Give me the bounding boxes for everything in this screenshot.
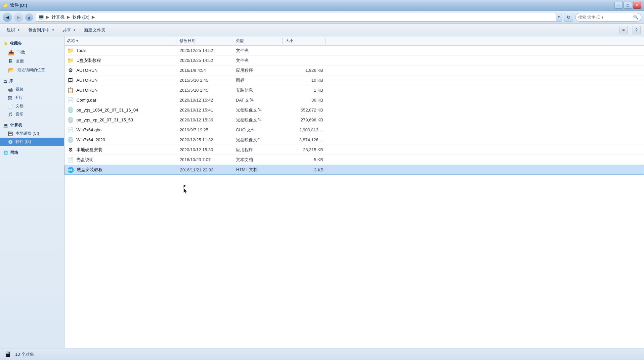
status-icon: 🖥 <box>4 350 11 359</box>
table-row[interactable]: 📋 AUTORUN 2015/5/10 2:45 安装信息 1 KB <box>64 85 644 95</box>
favorites-label: 收藏夹 <box>10 41 22 46</box>
file-name: AUTORUN <box>76 78 98 83</box>
table-row[interactable]: 🌐 硬盘安装教程 2016/11/21 22:03 HTML 文档 3 KB <box>64 165 644 175</box>
table-row[interactable]: ⚙ 本地硬盘安装 2020/10/12 15:30 应用程序 28,315 KB <box>64 145 644 155</box>
file-type: 文件夹 <box>233 58 283 64</box>
table-row[interactable]: 📁 U盘安装教程 2020/12/25 14:52 文件夹 <box>64 56 644 66</box>
network-icon: 🌐 <box>3 151 8 155</box>
view-button[interactable]: ≡ <box>619 26 628 34</box>
sidebar-item-desktop[interactable]: 🖥 桌面 <box>0 57 64 66</box>
table-row[interactable]: 📄 Config.dat 2020/10/12 15:42 DAT 文件 36 … <box>64 95 644 105</box>
file-type: 应用程序 <box>233 68 283 73</box>
file-size: 652,072 KB <box>283 108 326 112</box>
file-date: 2020/12/25 14:52 <box>177 58 233 63</box>
file-name: pe_yqs_1064_20_07_31_16_04 <box>76 108 138 112</box>
sidebar-section-favorites-header[interactable]: ★ 收藏夹 <box>0 39 64 48</box>
sidebar-item-video[interactable]: 📹 视频 <box>0 85 64 94</box>
col-header-size[interactable]: 大小 <box>283 38 326 44</box>
address-path: 💻 ▶ 计算机 ▶ 软件 (D:) ▶ <box>35 13 556 22</box>
path-dropdown[interactable]: ▼ <box>556 13 562 22</box>
sidebar-item-download[interactable]: 📥 下载 <box>0 48 64 57</box>
organize-arrow-icon: ▼ <box>17 28 20 32</box>
path-computer[interactable]: 计算机 <box>51 14 65 21</box>
download-label: 下载 <box>17 50 25 55</box>
table-row[interactable]: 📄 Win7x64.gho 2019/9/7 19:25 GHO 文件 2,90… <box>64 125 644 135</box>
file-icon: 📁 <box>67 47 74 54</box>
file-name: AUTORUN <box>76 68 98 73</box>
library-icon: 🗂 <box>3 79 7 84</box>
sidebar-item-recent[interactable]: 📂 最近访问的位置 <box>0 66 64 74</box>
file-type: 光盘映像文件 <box>233 137 283 143</box>
window-frame: 📁 软件 (D:) — □ ✕ ◀ ▶ ▲ 💻 ▶ 计算机 ▶ 软件 (D:) … <box>0 0 644 360</box>
table-row[interactable]: 📄 光盘说明 2016/10/23 7:07 文本文档 5 KB <box>64 155 644 165</box>
search-input[interactable] <box>578 15 631 20</box>
music-label: 音乐 <box>16 112 23 117</box>
file-name: U盘安装教程 <box>76 58 101 64</box>
picture-label: 图片 <box>15 95 22 101</box>
up-button[interactable]: ▲ <box>25 13 33 21</box>
include-library-button[interactable]: 包含到库中 ▼ <box>25 25 58 35</box>
library-label: 库 <box>9 78 13 84</box>
include-library-label: 包含到库中 <box>28 27 50 33</box>
file-name: 光盘说明 <box>76 157 94 163</box>
organize-button[interactable]: 组织 ▼ <box>3 25 23 35</box>
share-button[interactable]: 共享 ▼ <box>59 25 79 35</box>
titlebar-left: 📁 软件 (D:) <box>3 2 27 8</box>
path-computer-icon: 💻 <box>38 14 45 20</box>
file-date: 2016/1/8 4:54 <box>177 68 233 73</box>
file-icon: 📄 <box>67 97 74 104</box>
sidebar-section-computer-header[interactable]: 💻 计算机 <box>0 121 64 129</box>
close-button[interactable]: ✕ <box>633 2 641 9</box>
path-drive[interactable]: 软件 (D:) <box>71 14 90 21</box>
sidebar-section-network: 🌐 网络 <box>0 149 64 157</box>
computer-icon: 💻 <box>3 123 8 128</box>
new-folder-button[interactable]: 新建文件夹 <box>81 25 109 35</box>
sidebar-item-document[interactable]: 📄 文档 <box>0 102 64 110</box>
share-label: 共享 <box>63 27 71 33</box>
forward-button[interactable]: ▶ <box>14 13 23 22</box>
file-type: 图标 <box>233 77 283 83</box>
table-row[interactable]: 🖼 AUTORUN 2015/5/10 2:45 图标 10 KB <box>64 75 644 85</box>
desktop-icon: 🖥 <box>8 58 13 64</box>
file-date: 2020/12/25 11:32 <box>177 137 233 142</box>
col-header-date[interactable]: 修改日期 <box>177 38 233 44</box>
maximize-button[interactable]: □ <box>623 2 632 9</box>
new-folder-label: 新建文件夹 <box>84 27 106 33</box>
sidebar-item-drive-c[interactable]: 💾 本地磁盘 (C:) <box>0 129 64 138</box>
drive-d-icon: 💿 <box>8 140 13 144</box>
file-name: Tools <box>76 48 86 53</box>
sidebar-item-drive-d[interactable]: 💿 软件 (D:) <box>0 138 64 146</box>
sidebar-section-network-header[interactable]: 🌐 网络 <box>0 149 64 157</box>
titlebar-icon: 📁 <box>3 3 8 8</box>
col-header-type[interactable]: 类型 <box>233 38 283 44</box>
music-icon: 🎵 <box>8 112 13 117</box>
file-size: 10 KB <box>283 78 326 83</box>
col-header-name[interactable]: 名称 ▼ <box>64 38 177 44</box>
status-count: 13 个对象 <box>15 351 34 357</box>
file-size: 36 KB <box>283 98 326 103</box>
table-row[interactable]: 💿 Win7x64_2020 2020/12/25 11:32 光盘映像文件 3… <box>64 135 644 145</box>
refresh-button[interactable]: ↻ <box>564 13 573 22</box>
file-type: HTML 文档 <box>234 167 283 173</box>
file-name: AUTORUN <box>76 88 98 93</box>
back-button[interactable]: ◀ <box>3 13 12 22</box>
table-row[interactable]: ⚙ AUTORUN 2016/1/8 4:54 应用程序 1,926 KB <box>64 66 644 75</box>
file-type: GHO 文件 <box>233 127 283 133</box>
sidebar-item-picture[interactable]: 🖼 图片 <box>0 94 64 102</box>
file-size: 1 KB <box>283 88 326 93</box>
table-row[interactable]: 📁 Tools 2020/12/25 14:52 文件夹 <box>64 46 644 56</box>
table-row[interactable]: 💿 pe_yqs_xp_20_07_31_15_53 2020/10/12 15… <box>64 115 644 125</box>
file-type: 光盘映像文件 <box>233 107 283 113</box>
file-list: 📁 Tools 2020/12/25 14:52 文件夹 📁 U盘安装教程 20… <box>64 46 644 348</box>
sidebar-section-library-header[interactable]: 🗂 库 <box>0 77 64 85</box>
table-row[interactable]: 💿 pe_yqs_1064_20_07_31_16_04 2020/10/12 … <box>64 105 644 115</box>
minimize-button[interactable]: — <box>614 2 623 9</box>
name-sort-icon: ▼ <box>76 39 79 43</box>
file-icon: 🌐 <box>67 166 74 173</box>
network-label: 网络 <box>10 150 18 156</box>
help-button[interactable]: ? <box>632 26 641 34</box>
file-date: 2019/9/7 19:25 <box>177 127 233 132</box>
file-icon: ⚙ <box>67 67 74 74</box>
sidebar-item-music[interactable]: 🎵 音乐 <box>0 110 64 118</box>
toolbar: 组织 ▼ 包含到库中 ▼ 共享 ▼ 新建文件夹 ≡ ? <box>0 24 644 36</box>
